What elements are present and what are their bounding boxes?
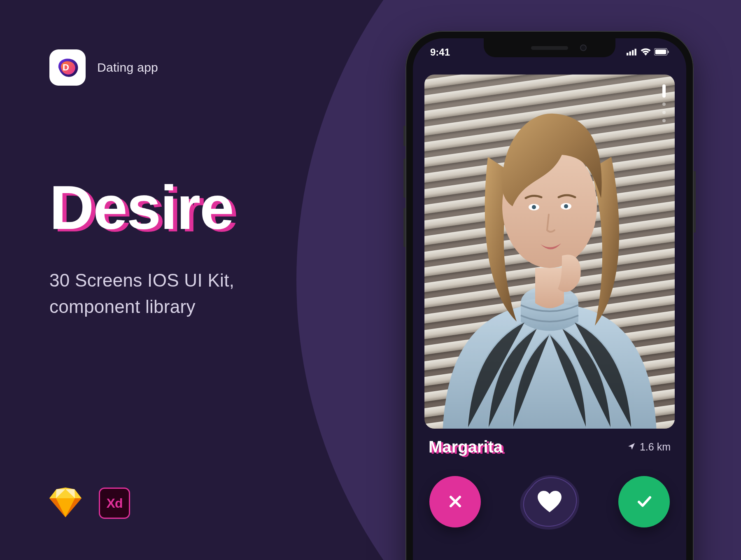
profile-name: Margarita Margarita bbox=[429, 438, 503, 456]
phone-side-button bbox=[403, 159, 405, 198]
location-arrow-icon bbox=[627, 441, 636, 453]
promo-content: D Dating app Desire Desire 30 Screens IO… bbox=[0, 0, 309, 320]
svg-rect-10 bbox=[632, 50, 634, 56]
app-label: Dating app bbox=[97, 61, 158, 75]
page-dot[interactable] bbox=[662, 119, 666, 122]
phone-notch bbox=[484, 38, 615, 57]
svg-rect-11 bbox=[635, 49, 636, 55]
close-icon bbox=[447, 493, 464, 510]
svg-rect-14 bbox=[668, 51, 669, 53]
accept-button[interactable] bbox=[618, 476, 670, 527]
distance-value: 1.6 km bbox=[640, 441, 671, 453]
swipe-actions bbox=[429, 473, 670, 530]
app-badge-row: D Dating app bbox=[49, 49, 309, 86]
super-like-button[interactable] bbox=[518, 473, 582, 530]
subtitle-line-2: component library bbox=[49, 294, 309, 320]
heart-icon bbox=[538, 491, 562, 512]
battery-icon bbox=[654, 47, 669, 58]
wifi-icon bbox=[641, 47, 651, 58]
reject-button[interactable] bbox=[429, 476, 481, 527]
phone-mockup: 9:41 /*generated below by loop*/ bbox=[405, 31, 694, 560]
svg-rect-9 bbox=[629, 51, 631, 56]
phone-side-button bbox=[694, 171, 696, 233]
speaker bbox=[531, 46, 568, 50]
hero-title-text: Desire bbox=[49, 172, 233, 243]
svg-point-17 bbox=[532, 205, 536, 209]
profile-card[interactable]: /*generated below by loop*/ bbox=[424, 75, 675, 429]
page-dot[interactable] bbox=[662, 111, 666, 114]
profile-photo bbox=[424, 75, 675, 429]
phone-side-button bbox=[403, 126, 405, 146]
app-icon: D bbox=[49, 49, 86, 86]
profile-info-row: Margarita Margarita 1.6 km bbox=[429, 438, 671, 456]
signal-icon bbox=[627, 47, 637, 58]
svg-rect-13 bbox=[655, 49, 666, 54]
check-icon bbox=[635, 492, 654, 511]
desire-logo-icon: D bbox=[55, 56, 80, 79]
adobe-xd-icon: Xd bbox=[99, 488, 130, 519]
status-right bbox=[627, 47, 669, 58]
tab-bar bbox=[413, 555, 686, 560]
phone-screen: 9:41 /*generated below by loop*/ bbox=[413, 38, 686, 560]
subtitle-line-1: 30 Screens IOS UI Kit, bbox=[49, 267, 309, 294]
profile-distance: 1.6 km bbox=[627, 441, 671, 453]
hero-title: Desire Desire bbox=[49, 172, 233, 243]
svg-point-19 bbox=[564, 204, 568, 208]
front-camera bbox=[580, 44, 587, 51]
tools-row: Xd bbox=[49, 488, 130, 519]
hero-subtitle: 30 Screens IOS UI Kit, component library bbox=[49, 267, 309, 320]
sketch-icon bbox=[49, 488, 82, 519]
page-dot[interactable] bbox=[662, 84, 666, 98]
photo-pagination[interactable] bbox=[662, 84, 666, 122]
status-time: 9:41 bbox=[430, 47, 450, 58]
app-icon-letter: D bbox=[63, 62, 69, 72]
svg-rect-8 bbox=[627, 53, 628, 56]
page-dot[interactable] bbox=[662, 103, 666, 106]
xd-label: Xd bbox=[107, 496, 123, 511]
phone-side-button bbox=[403, 208, 405, 247]
